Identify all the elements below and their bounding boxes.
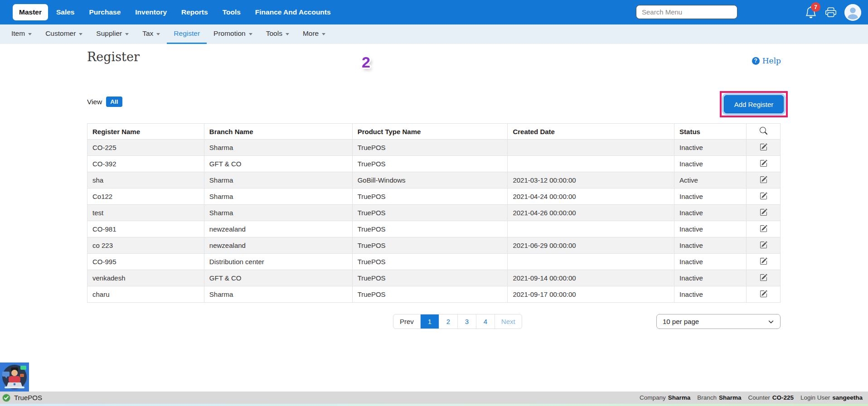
top-nav-item-finance-and-accounts[interactable]: Finance And Accounts: [249, 4, 337, 20]
table-cell: CO-392: [87, 156, 204, 172]
status-login-user: Login Usersangeetha: [800, 394, 863, 401]
per-page-select[interactable]: 10 per page: [656, 314, 781, 329]
edit-icon: [760, 160, 767, 167]
sub-nav-label: Supplier: [96, 29, 122, 38]
add-register-button[interactable]: Add Register: [724, 95, 784, 113]
table-cell: co 223: [87, 237, 204, 254]
status-bar-right: CompanySharmaBranchSharmaCounterCO-225Lo…: [640, 394, 863, 401]
status-branch: BranchSharma: [697, 394, 741, 401]
table-row: Co122SharmaTruePOS2021-04-24 00:00:00Ina…: [87, 188, 781, 205]
status-value: Sharma: [668, 394, 691, 401]
edit-icon: [760, 274, 767, 281]
status-bar: TruePOS CompanySharmaBranchSharmaCounter…: [0, 392, 868, 404]
sub-nav-item-customer[interactable]: Customer: [39, 24, 89, 44]
top-nav-item-master[interactable]: Master: [13, 4, 48, 20]
table-row: CO-225SharmaTruePOSInactive: [87, 140, 781, 156]
search-input[interactable]: [636, 5, 737, 19]
status-company: CompanySharma: [640, 394, 690, 401]
table-cell: GFT & CO: [204, 270, 352, 286]
table-cell: Inactive: [674, 205, 747, 221]
page-next-button[interactable]: Next: [495, 314, 522, 329]
avatar[interactable]: [844, 4, 861, 21]
chat-widget-button[interactable]: [0, 362, 29, 392]
chevron-down-icon: [79, 33, 82, 35]
sub-nav-label: Tax: [142, 29, 153, 38]
edit-row-button[interactable]: [747, 140, 781, 156]
help-link[interactable]: ? Help: [752, 56, 781, 65]
sub-nav-item-supplier[interactable]: Supplier: [89, 24, 136, 44]
edit-row-button[interactable]: [747, 254, 781, 270]
table-cell: CO-225: [87, 140, 204, 156]
sub-nav-label: Promotion: [213, 29, 246, 38]
sub-nav-item-tools[interactable]: Tools: [259, 24, 296, 44]
page-4-button[interactable]: 4: [476, 314, 495, 329]
status-value: sangeetha: [832, 394, 863, 401]
top-nav-item-sales[interactable]: Sales: [50, 4, 81, 20]
edit-row-button[interactable]: [747, 237, 781, 254]
page-1-button[interactable]: 1: [421, 314, 439, 329]
top-nav-item-purchase[interactable]: Purchase: [82, 4, 127, 20]
edit-row-button[interactable]: [747, 205, 781, 221]
notification-badge: 7: [811, 2, 820, 12]
edit-icon: [760, 290, 767, 298]
search-icon: [760, 127, 767, 135]
top-nav-item-inventory[interactable]: Inventory: [129, 4, 173, 20]
edit-row-button[interactable]: [747, 221, 781, 237]
top-nav-item-tools[interactable]: Tools: [216, 4, 247, 20]
user-icon: [844, 4, 861, 21]
table-cell: GFT & CO: [204, 156, 352, 172]
table-cell: Sharma: [204, 286, 352, 303]
chevron-down-icon: [768, 319, 774, 325]
table-cell: CO-995: [87, 254, 204, 270]
table-cell: Inactive: [674, 140, 747, 156]
sub-nav-item-register[interactable]: Register: [167, 24, 207, 44]
sub-nav-item-tax[interactable]: Tax: [136, 24, 167, 44]
table-cell: Inactive: [674, 286, 747, 303]
sub-nav-label: Register: [174, 29, 200, 38]
status-label: Counter: [748, 394, 770, 401]
table-cell: [508, 221, 674, 237]
chevron-down-icon: [249, 33, 252, 35]
table-row: CO-981newzealandTruePOSInactive: [87, 221, 781, 237]
table-cell: Distribution center: [204, 254, 352, 270]
table-cell: 2021-06-29 00:00:00: [508, 237, 674, 254]
table-cell: test: [87, 205, 204, 221]
print-button[interactable]: [825, 7, 836, 18]
table-cell: newzealand: [204, 221, 352, 237]
chevron-down-icon: [286, 33, 289, 35]
table-search-button[interactable]: [747, 124, 781, 140]
edit-row-button[interactable]: [747, 172, 781, 188]
table-cell: 2021-04-24 00:00:00: [508, 188, 674, 205]
table-cell: Sharma: [204, 140, 352, 156]
sub-nav-item-promotion[interactable]: Promotion: [207, 24, 259, 44]
top-nav-items: MasterSalesPurchaseInventoryReportsTools…: [0, 0, 868, 24]
notifications-button[interactable]: 7: [805, 6, 817, 19]
status-counter: CounterCO-225: [748, 394, 794, 401]
table-cell: Sharma: [204, 188, 352, 205]
page-title: Register: [87, 50, 140, 64]
pagination: Prev1234Next: [393, 314, 522, 329]
edit-row-button[interactable]: [747, 188, 781, 205]
table-cell: 2021-04-26 00:00:00: [508, 205, 674, 221]
edit-row-button[interactable]: [747, 270, 781, 286]
page-prev-button[interactable]: Prev: [393, 314, 421, 329]
status-label: Login User: [800, 394, 830, 401]
chevron-down-icon: [156, 33, 160, 35]
edit-row-button[interactable]: [747, 156, 781, 172]
app-window: MasterSalesPurchaseInventoryReportsTools…: [0, 0, 868, 406]
edit-row-button[interactable]: [747, 286, 781, 303]
column-header-register-name: Register Name: [87, 124, 204, 140]
page-2-button[interactable]: 2: [439, 314, 458, 329]
page-3-button[interactable]: 3: [458, 314, 476, 329]
top-nav-item-reports[interactable]: Reports: [175, 4, 214, 20]
edit-icon: [760, 241, 767, 249]
table-row: venkadeshGFT & COTruePOS2021-09-14 00:00…: [87, 270, 781, 286]
sub-nav-item-item[interactable]: Item: [5, 24, 39, 44]
table-cell: TruePOS: [352, 270, 508, 286]
top-nav: MasterSalesPurchaseInventoryReportsTools…: [0, 0, 868, 24]
table-cell: [508, 254, 674, 270]
table-cell: CO-981: [87, 221, 204, 237]
sub-nav: ItemCustomerSupplierTaxRegisterPromotion…: [0, 24, 868, 44]
sub-nav-item-more[interactable]: More: [296, 24, 332, 44]
view-filter-all-badge[interactable]: All: [106, 97, 122, 107]
